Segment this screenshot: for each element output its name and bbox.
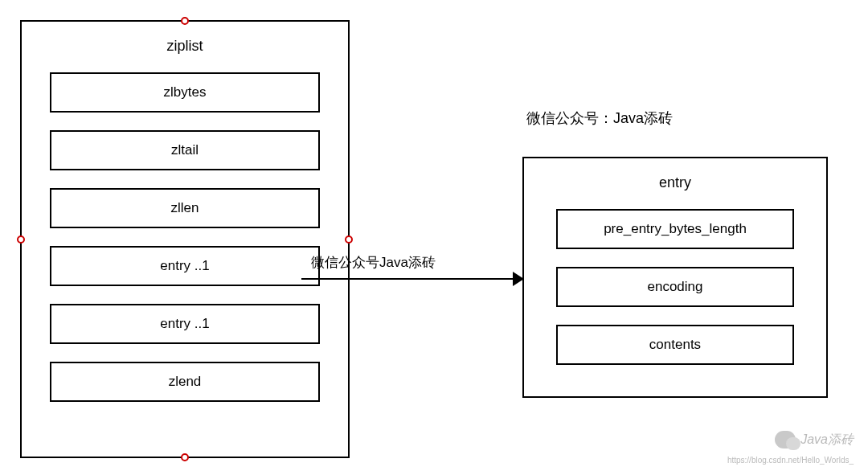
selection-handle-right[interactable] bbox=[345, 236, 353, 244]
ziplist-field-zlend: zlend bbox=[50, 362, 320, 402]
selection-handle-top[interactable] bbox=[181, 17, 189, 25]
selection-handle-left[interactable] bbox=[17, 236, 25, 244]
wechat-icon bbox=[775, 431, 796, 448]
selection-handle-bottom[interactable] bbox=[181, 453, 189, 461]
ziplist-title: ziplist bbox=[22, 38, 348, 55]
upper-caption: 微信公众号：Java添砖 bbox=[526, 109, 673, 128]
ziplist-field-zlbytes: zlbytes bbox=[50, 72, 320, 113]
ziplist-container: ziplist zlbytes zltail zllen entry ..1 e… bbox=[20, 20, 350, 458]
arrow-line bbox=[301, 278, 522, 280]
entry-container: entry pre_entry_bytes_length encoding co… bbox=[522, 157, 828, 398]
entry-field-contents: contents bbox=[556, 325, 794, 365]
watermark-logo: Java添砖 bbox=[775, 431, 854, 448]
watermark-url: https://blog.csdn.net/Hello_Worlds_ bbox=[727, 456, 854, 465]
arrow-caption: 微信公众号Java添砖 bbox=[311, 253, 436, 272]
entry-title: entry bbox=[524, 174, 826, 191]
ziplist-field-entry2: entry ..1 bbox=[50, 304, 320, 344]
entry-field-prelen: pre_entry_bytes_length bbox=[556, 209, 794, 249]
ziplist-field-zltail: zltail bbox=[50, 130, 320, 170]
entry-field-encoding: encoding bbox=[556, 267, 794, 307]
watermark-text: Java添砖 bbox=[800, 432, 854, 448]
ziplist-field-zllen: zllen bbox=[50, 188, 320, 228]
ziplist-field-entry1: entry ..1 bbox=[50, 246, 320, 286]
